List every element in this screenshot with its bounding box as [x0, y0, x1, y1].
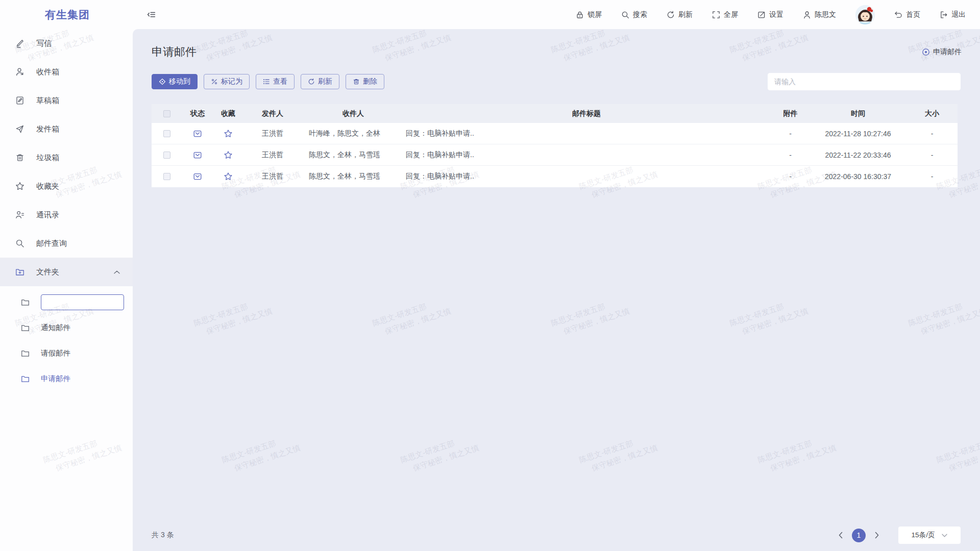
home-button[interactable]: 首页 — [894, 10, 920, 19]
folder-item-application[interactable]: 申请邮件 — [0, 366, 133, 391]
sidebar-item-contacts[interactable]: 通讯录 — [0, 201, 133, 229]
recipients-cell: 叶海峰，陈思文，全林 — [305, 129, 402, 138]
sidebar-item-trash[interactable]: 垃圾箱 — [0, 143, 133, 172]
button-label: 查看 — [273, 77, 287, 86]
trash-icon — [353, 78, 360, 85]
sender-cell: 王洪哲 — [243, 129, 305, 138]
sidebar-item-label: 通讯录 — [36, 210, 59, 220]
refresh-button[interactable]: 刷新 — [667, 10, 693, 19]
location-link[interactable]: 申请邮件 — [922, 47, 962, 57]
settings-icon — [757, 11, 766, 19]
folder-icon — [21, 374, 30, 383]
search-button[interactable]: 搜索 — [621, 10, 647, 19]
select-all-checkbox[interactable] — [163, 110, 170, 117]
sender-cell: 王洪哲 — [243, 172, 305, 181]
new-folder-name-input[interactable] — [41, 294, 124, 310]
attachment-cell: - — [771, 130, 810, 138]
lock-screen-button[interactable]: 锁屏 — [576, 10, 602, 19]
view-button[interactable]: 查看 — [256, 74, 295, 89]
contacts-icon — [15, 210, 24, 219]
current-user-button[interactable]: 陈思文 — [803, 10, 836, 19]
mark-icon — [211, 78, 218, 85]
sidebar-item-label: 文件夹 — [36, 267, 59, 277]
mail-open-icon — [182, 129, 213, 138]
user-avatar[interactable] — [855, 5, 875, 24]
search-icon — [621, 11, 629, 19]
mail-row[interactable]: 王洪哲 陈思文，全林，马雪瑶 回复：电脑补贴申请.. - 2022-11-22 … — [152, 144, 958, 166]
logout-button[interactable]: 退出 — [940, 10, 966, 19]
sidebar-item-favorites[interactable]: 收藏夹 — [0, 172, 133, 201]
column-header-time: 时间 — [810, 109, 906, 118]
attachment-cell: - — [771, 151, 810, 159]
page-title: 申请邮件 — [152, 44, 197, 60]
move-to-button[interactable]: 移动到 — [152, 74, 198, 89]
fullscreen-button[interactable]: 全屏 — [712, 10, 738, 19]
page-number[interactable]: 1 — [852, 529, 866, 542]
chevron-up-icon[interactable] — [114, 270, 120, 274]
sidebar-item-sent[interactable]: 发件箱 — [0, 115, 133, 143]
size-cell: - — [906, 172, 958, 181]
time-cell: 2022-11-28 10:27:46 — [810, 130, 906, 138]
mail-search-box — [768, 73, 961, 90]
button-label: 删除 — [363, 77, 377, 86]
button-label: 标记为 — [221, 77, 242, 86]
subject-cell: 回复：电脑补贴申请.. — [402, 129, 771, 138]
page-size-select[interactable]: 15条/页 — [898, 527, 961, 544]
row-checkbox[interactable] — [163, 173, 170, 180]
mark-as-button[interactable]: 标记为 — [204, 74, 250, 89]
mail-open-icon — [182, 151, 213, 160]
next-page-icon[interactable] — [870, 528, 884, 542]
chevron-down-icon — [942, 534, 947, 537]
favorite-star-icon[interactable] — [213, 151, 243, 160]
sidebar-item-label: 写信 — [36, 39, 52, 48]
favorite-star-icon[interactable] — [213, 172, 243, 181]
column-header-recipients: 收件人 — [305, 109, 402, 118]
time-cell: 2022-11-22 20:33:46 — [810, 151, 906, 159]
folder-item-label: 申请邮件 — [41, 374, 70, 384]
sidebar-item-drafts[interactable]: 草稿箱 — [0, 86, 133, 115]
table-header-row: 状态 收藏 发件人 收件人 邮件标题 附件 时间 大小 — [152, 104, 958, 123]
topbar-label: 陈思文 — [815, 10, 836, 19]
favorite-star-icon[interactable] — [213, 129, 243, 138]
column-header-attachment: 附件 — [771, 109, 810, 118]
folder-icon — [21, 323, 30, 332]
refresh-list-button[interactable]: 刷新 — [301, 74, 339, 89]
mail-row[interactable]: 王洪哲 陈思文，全林，马雪瑶 回复：电脑补贴申请.. - 2022-06-30 … — [152, 166, 958, 187]
delete-button[interactable]: 删除 — [346, 74, 384, 89]
folder-item-leave[interactable]: 请假邮件 — [0, 340, 133, 366]
topbar-label: 刷新 — [678, 10, 693, 19]
prev-page-icon[interactable] — [834, 528, 848, 542]
size-cell: - — [906, 130, 958, 138]
sender-cell: 王洪哲 — [243, 151, 305, 160]
sidebar-item-folders[interactable]: 文件夹 — [0, 258, 133, 286]
main-content: 申请邮件 申请邮件 移动到 标记为 查看 — [133, 29, 980, 551]
send-icon — [15, 124, 24, 134]
topbar: 锁屏 搜索 刷新 全屏 设置 — [133, 0, 980, 29]
mail-table: 状态 收藏 发件人 收件人 邮件标题 附件 时间 大小 王洪哲 叶海峰，陈思文，… — [152, 104, 958, 187]
refresh-icon — [667, 11, 675, 19]
settings-button[interactable]: 设置 — [757, 10, 783, 19]
sidebar-item-mail-search[interactable]: 邮件查询 — [0, 229, 133, 258]
folder-item-label: 通知邮件 — [41, 323, 70, 333]
page-size-value: 15条/页 — [912, 531, 935, 540]
app-logo: 有生集团 — [0, 0, 133, 29]
sidebar-item-label: 发件箱 — [36, 124, 59, 134]
logout-icon — [940, 11, 948, 19]
sidebar-item-inbox[interactable]: 收件箱 — [0, 58, 133, 86]
mail-search-input[interactable] — [768, 73, 960, 90]
row-checkbox[interactable] — [163, 152, 170, 159]
topbar-label: 设置 — [769, 10, 783, 19]
sidebar-item-compose[interactable]: 写信 — [0, 29, 133, 58]
collapse-sidebar-icon[interactable] — [147, 11, 156, 19]
sidebar-item-label: 草稿箱 — [36, 96, 59, 106]
subject-cell: 回复：电脑补贴申请.. — [402, 151, 771, 160]
row-checkbox[interactable] — [163, 130, 170, 137]
folder-icon — [21, 298, 30, 307]
folder-children: 通知邮件 请假邮件 申请邮件 — [0, 286, 133, 391]
folder-item-notice[interactable]: 通知邮件 — [0, 315, 133, 340]
column-header-subject: 邮件标题 — [402, 109, 771, 118]
sidebar-item-label: 收藏夹 — [36, 182, 59, 191]
inbox-icon — [15, 67, 24, 77]
topbar-label: 搜索 — [633, 10, 647, 19]
mail-row[interactable]: 王洪哲 叶海峰，陈思文，全林 回复：电脑补贴申请.. - 2022-11-28 … — [152, 123, 958, 144]
